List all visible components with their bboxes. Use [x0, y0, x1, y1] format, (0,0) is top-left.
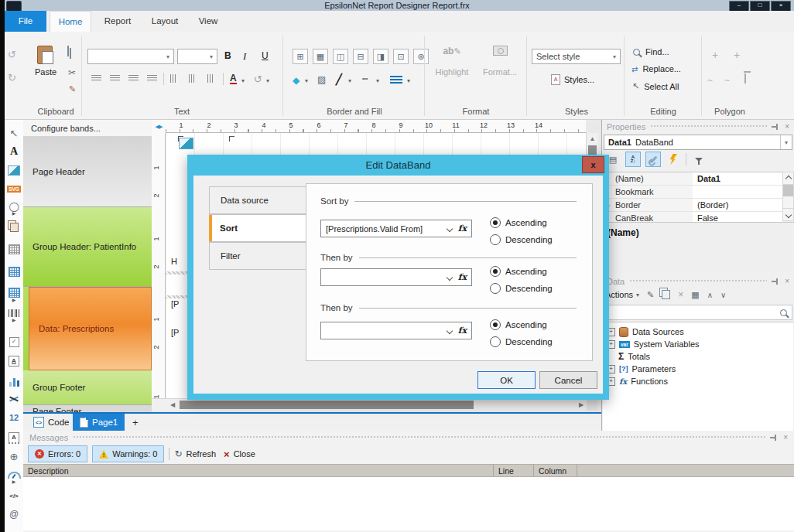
italic-button[interactable]: I: [243, 50, 246, 63]
object-selector-combo[interactable]: Data1 DataBand ▾: [604, 135, 792, 150]
redo-icon[interactable]: ↻: [8, 72, 16, 84]
richtext-tool[interactable]: A: [5, 354, 23, 368]
bezier-icon[interactable]: ~: [724, 75, 730, 86]
move-up-icon[interactable]: ∧: [707, 291, 713, 299]
dialog-close-button[interactable]: x: [582, 156, 604, 173]
grid-tool[interactable]: [5, 242, 23, 256]
table-tool[interactable]: [5, 264, 23, 278]
shape-flyout-arrow-icon[interactable]: ▶: [5, 210, 23, 216]
horizontal-scroll-thumb[interactable]: [180, 401, 474, 409]
border-left-button[interactable]: ◫: [333, 49, 348, 64]
then-by-field-combo[interactable]: fx: [320, 268, 472, 286]
pin-icon[interactable]: [770, 434, 777, 441]
move-point-icon[interactable]: +: [712, 49, 718, 61]
bold-button[interactable]: B: [224, 50, 231, 61]
format-painter-icon[interactable]: ✎: [69, 84, 76, 94]
ascending-radio[interactable]: Ascending: [490, 319, 547, 330]
tab-home[interactable]: Home: [50, 11, 91, 32]
border-right-button[interactable]: ◨: [373, 49, 388, 64]
fx-button[interactable]: fx: [458, 223, 467, 234]
line-style-icon[interactable]: ┅: [362, 73, 368, 84]
font-family-combo[interactable]: ▾: [87, 49, 174, 64]
font-size-combo[interactable]: ▾: [177, 49, 217, 64]
tab-file[interactable]: File: [5, 11, 46, 32]
rich-object-tool[interactable]: @: [5, 507, 23, 521]
valign-middle-icon[interactable]: [189, 74, 196, 83]
select-style-combo[interactable]: Select style ▾: [532, 49, 621, 64]
scroll-left-icon[interactable]: ◀: [167, 399, 178, 411]
svg-tool[interactable]: SVG: [5, 182, 23, 196]
map-tool[interactable]: ⊕: [5, 449, 23, 463]
events-lightning-icon[interactable]: [666, 152, 681, 167]
page-scroll-buttons[interactable]: ◀▶: [152, 120, 166, 134]
align-left-icon[interactable]: [91, 75, 101, 82]
tab-code[interactable]: <> Code: [26, 414, 77, 431]
checkbox-tool[interactable]: ✓: [5, 335, 23, 349]
move-down-icon[interactable]: ∨: [720, 291, 726, 299]
band-page-footer[interactable]: Page Footer: [23, 405, 152, 412]
replace-button[interactable]: ⇄ Replace...: [631, 64, 681, 73]
line-width-icon[interactable]: [390, 76, 402, 77]
ok-button[interactable]: OK: [477, 371, 536, 389]
undo-icon[interactable]: ↺: [8, 49, 16, 60]
valign-top-icon[interactable]: [170, 74, 177, 83]
add-point-icon[interactable]: +: [734, 49, 740, 61]
canvas-picture-object[interactable]: [179, 138, 193, 149]
scroll-thumb[interactable]: [783, 185, 793, 196]
picture-tool[interactable]: [5, 163, 23, 177]
tree-item-data-sources[interactable]: + Data Sources: [603, 326, 793, 338]
band-page-header[interactable]: Page Header: [23, 136, 152, 207]
select-all-button[interactable]: ↖ Select All: [632, 81, 679, 91]
close-messages-button[interactable]: × Close: [224, 448, 255, 460]
pin-icon[interactable]: [772, 123, 779, 130]
band-group-footer[interactable]: Group Footer: [23, 370, 152, 405]
underline-button[interactable]: U: [262, 50, 269, 61]
filter-icon[interactable]: [691, 152, 707, 167]
delete-icon[interactable]: ×: [678, 289, 683, 300]
align-justify-icon[interactable]: [147, 75, 157, 82]
descending-radio[interactable]: Descending: [490, 336, 553, 347]
chart-tool[interactable]: [5, 375, 23, 389]
border-bottom-button[interactable]: ⊡: [393, 49, 409, 64]
band-group-header[interactable]: Group Header: PatientInfo: [23, 207, 152, 287]
paste-button[interactable]: Paste: [34, 46, 57, 86]
fx-button[interactable]: fx: [458, 272, 467, 282]
column-column[interactable]: Column: [534, 465, 577, 476]
cut-icon[interactable]: ✂: [68, 67, 76, 78]
clone-tool[interactable]: [5, 220, 23, 234]
data-search-input[interactable]: [604, 305, 792, 320]
property-row[interactable]: Border ▷ (Border): [603, 199, 782, 212]
dialog-tab-data-source[interactable]: Data source: [209, 186, 308, 214]
property-row[interactable]: Bookmark: [603, 186, 782, 199]
fx-button[interactable]: fx: [458, 326, 467, 336]
format-button[interactable]: Format...: [477, 46, 523, 77]
font-color-caret-icon[interactable]: ▾: [241, 77, 245, 84]
find-button[interactable]: Find...: [633, 47, 669, 56]
refresh-button[interactable]: ↻ Refresh: [174, 448, 216, 459]
fill-pattern-icon[interactable]: ▨: [317, 74, 326, 85]
border-none-button[interactable]: ▦: [313, 49, 328, 64]
tree-item-functions[interactable]: + fx Functions: [603, 375, 793, 387]
view-data-icon[interactable]: ▦: [691, 290, 699, 300]
border-settings-button[interactable]: ⊛: [413, 49, 429, 64]
text-tool[interactable]: A: [5, 145, 23, 159]
actions-menu-button[interactable]: Actions▾: [605, 290, 639, 299]
copy-icon[interactable]: [70, 48, 71, 59]
pointer-tool[interactable]: ↖: [5, 126, 23, 140]
fill-color-icon[interactable]: ◆: [293, 75, 299, 86]
close-button[interactable]: ×: [771, 1, 791, 12]
configure-bands-link[interactable]: Configure bands...: [31, 124, 101, 133]
barcode-flyout-arrow-icon[interactable]: ▶: [5, 316, 23, 322]
tree-item-parameters[interactable]: + [?] Parameters: [603, 363, 793, 375]
page-number-tool[interactable]: 12: [5, 411, 23, 425]
ascending-radio[interactable]: Ascending: [490, 217, 547, 228]
descending-radio[interactable]: Descending: [490, 234, 553, 245]
horizontal-scrollbar[interactable]: ◀ ▶: [152, 398, 597, 411]
line-width-caret-icon[interactable]: ▾: [407, 77, 410, 84]
column-line[interactable]: Line: [494, 465, 534, 476]
scroll-down-icon[interactable]: [783, 208, 793, 220]
delete-point-icon[interactable]: [744, 73, 746, 84]
styles-button[interactable]: A Styles...: [551, 74, 594, 85]
border-top-button[interactable]: ⊟: [353, 49, 368, 64]
warnings-toggle-button[interactable]: Warnings: 0: [92, 445, 164, 462]
